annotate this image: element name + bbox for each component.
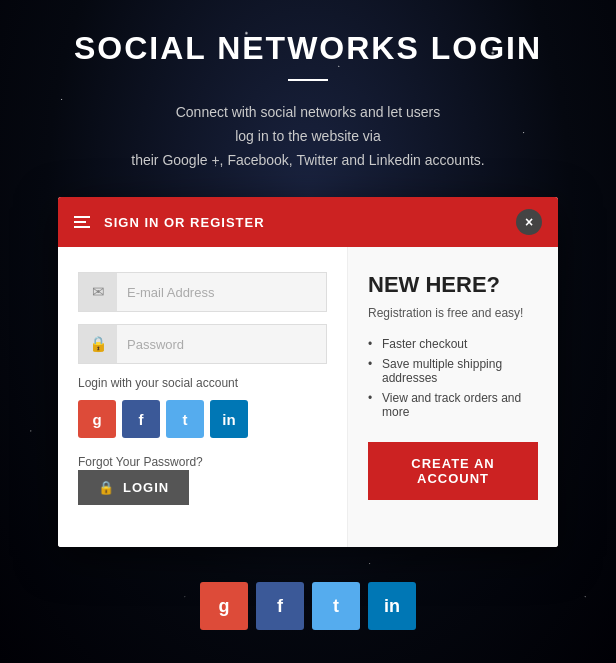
benefit-item: Save multiple shipping addresses <box>368 354 538 388</box>
benefit-item: View and track orders and more <box>368 388 538 422</box>
login-lock-icon: 🔒 <box>98 480 115 495</box>
user-icon: ✉ <box>79 273 117 311</box>
bottom-google-button[interactable]: g <box>200 582 248 630</box>
new-here-title: NEW HERE? <box>368 272 538 298</box>
google-login-button[interactable]: g <box>78 400 116 438</box>
bottom-social-buttons: g f t in <box>200 582 416 630</box>
register-panel: NEW HERE? Registration is free and easy!… <box>348 247 558 547</box>
email-input-group: ✉ <box>78 272 327 312</box>
benefit-item: Faster checkout <box>368 334 538 354</box>
registration-subtitle: Registration is free and easy! <box>368 306 538 320</box>
page-title: SOCIAL NETWORKS LOGIN <box>74 30 542 67</box>
bottom-facebook-button[interactable]: f <box>256 582 304 630</box>
bottom-twitter-button[interactable]: t <box>312 582 360 630</box>
forgot-password-link[interactable]: Forgot Your Password? <box>78 455 203 469</box>
login-panel: ✉ 🔒 Login with your social account g f t… <box>58 247 348 547</box>
login-button[interactable]: 🔒 LOGIN <box>78 470 189 505</box>
password-input-group: 🔒 <box>78 324 327 364</box>
lock-icon: 🔒 <box>79 325 117 363</box>
modal-header-left: SIGN IN OR REGISTER <box>74 215 265 230</box>
email-input[interactable] <box>117 275 326 310</box>
password-input[interactable] <box>117 327 326 362</box>
login-button-label: LOGIN <box>123 480 169 495</box>
modal-header: SIGN IN OR REGISTER × <box>58 197 558 247</box>
benefits-list: Faster checkout Save multiple shipping a… <box>368 334 538 422</box>
create-account-button[interactable]: CREATE AN ACCOUNT <box>368 442 538 500</box>
title-divider <box>288 79 328 81</box>
menu-lines-icon <box>74 216 90 228</box>
facebook-login-button[interactable]: f <box>122 400 160 438</box>
modal-body: ✉ 🔒 Login with your social account g f t… <box>58 247 558 547</box>
modal-header-title: SIGN IN OR REGISTER <box>104 215 265 230</box>
linkedin-login-button[interactable]: in <box>210 400 248 438</box>
social-login-buttons: g f t in <box>78 400 327 438</box>
close-button[interactable]: × <box>516 209 542 235</box>
bottom-linkedin-button[interactable]: in <box>368 582 416 630</box>
login-modal: SIGN IN OR REGISTER × ✉ 🔒 Login with you… <box>58 197 558 547</box>
page-description: Connect with social networks and let use… <box>131 101 484 172</box>
twitter-login-button[interactable]: t <box>166 400 204 438</box>
social-login-label: Login with your social account <box>78 376 327 390</box>
